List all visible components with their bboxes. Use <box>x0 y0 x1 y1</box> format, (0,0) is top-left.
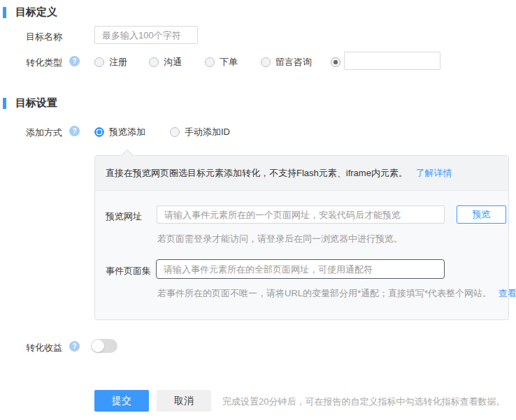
section-title: 目标设置 <box>15 96 57 110</box>
other-type-input[interactable] <box>344 52 440 70</box>
section-accent-bar <box>3 7 6 18</box>
conversion-type-label: 转化类型 <box>26 57 62 69</box>
view-example-link[interactable]: 查看示例 <box>499 288 516 298</box>
section-accent-bar <box>3 98 6 109</box>
radio-circle-icon <box>205 57 215 67</box>
footer-note: 完成设置20分钟后，可在报告的自定义指标中勾选转化指标查看数据。 <box>222 396 505 408</box>
radio-circle-icon <box>170 127 180 137</box>
radio-label: 预览添加 <box>109 126 145 138</box>
radio-option-register[interactable]: 注册 <box>94 56 127 68</box>
section-goal-settings-header: 目标设置 <box>3 96 57 110</box>
toggle-knob <box>92 340 104 352</box>
radio-circle-icon <box>149 57 159 67</box>
event-pages-hint: 若事件所在的页面不唯一，请将URL的变量部分用*通配；直接填写*代表整个网站。 … <box>157 287 516 300</box>
submit-button[interactable]: 提交 <box>94 390 149 412</box>
radio-option-communicate[interactable]: 沟通 <box>149 56 182 68</box>
radio-option-order[interactable]: 下单 <box>205 56 238 68</box>
preview-url-label: 预览网址 <box>106 210 142 223</box>
radio-circle-icon <box>94 57 104 67</box>
goal-name-input[interactable] <box>94 26 198 44</box>
help-icon[interactable]: ? <box>69 126 80 136</box>
help-icon[interactable]: ? <box>69 56 80 66</box>
radio-selected-icon <box>331 57 341 67</box>
event-pages-hint-text: 若事件所在的页面不唯一，请将URL的变量部分用*通配；直接填写*代表整个网站。 <box>157 288 492 298</box>
radio-label: 下单 <box>220 56 238 68</box>
radio-option-manual-add-id[interactable]: 手动添加ID <box>170 126 230 138</box>
panel-notice-text: 直接在预览网页圈选目标元素添加转化，不支持Flash元素、iframe内元素。 <box>106 168 408 178</box>
radio-label: 留言咨询 <box>275 56 312 68</box>
radio-label: 手动添加ID <box>185 126 230 138</box>
panel-notice: 直接在预览网页圈选目标元素添加转化，不支持Flash元素、iframe内元素。 … <box>95 156 508 191</box>
radio-circle-icon <box>261 57 271 67</box>
goal-name-label: 目标名称 <box>26 31 62 43</box>
radio-selected-icon <box>94 127 104 137</box>
add-method-label: 添加方式 <box>26 126 62 139</box>
preview-url-input[interactable] <box>157 205 445 224</box>
cancel-button[interactable]: 取消 <box>157 390 211 412</box>
section-title: 目标定义 <box>15 6 57 19</box>
conversion-revenue-toggle[interactable] <box>91 339 117 353</box>
radio-label: 注册 <box>109 56 127 68</box>
radio-option-message-consult[interactable]: 留言咨询 <box>261 56 312 68</box>
event-pages-label: 事件页面集 <box>106 265 151 277</box>
goal-form-page: 目标定义 目标名称 转化类型 ? 注册 沟通 下单 留言咨询 其他 目标设置 添… <box>0 0 516 420</box>
preview-button[interactable]: 预览 <box>457 205 506 224</box>
preview-url-hint: 若页面需登录才能访问，请登录后在同一浏览器中进行预览。 <box>157 233 403 245</box>
section-goal-definition-header: 目标定义 <box>3 6 57 19</box>
learn-more-link[interactable]: 了解详情 <box>416 168 452 178</box>
radio-label: 沟通 <box>164 56 182 68</box>
conversion-revenue-label: 转化收益 <box>26 342 62 354</box>
event-pages-input[interactable] <box>156 259 445 279</box>
preview-add-panel: 直接在预览网页圈选目标元素添加转化，不支持Flash元素、iframe内元素。 … <box>94 155 509 320</box>
help-icon[interactable]: ? <box>69 341 80 352</box>
radio-option-preview-add[interactable]: 预览添加 <box>94 126 145 138</box>
